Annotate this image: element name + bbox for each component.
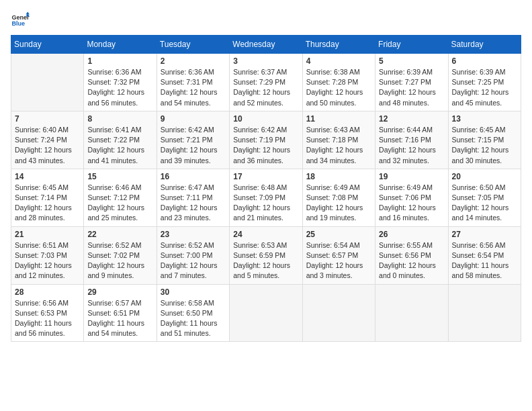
calendar-cell: 7Sunrise: 6:40 AM Sunset: 7:24 PM Daylig… (11, 111, 84, 169)
day-number: 16 (161, 172, 226, 181)
calendar-cell: 6Sunrise: 6:39 AM Sunset: 7:25 PM Daylig… (448, 54, 521, 111)
calendar-cell: 13Sunrise: 6:45 AM Sunset: 7:15 PM Dayli… (448, 111, 521, 169)
day-info: Sunrise: 6:47 AM Sunset: 7:11 PM Dayligh… (161, 183, 226, 224)
day-number: 1 (87, 56, 152, 66)
day-header-saturday: Saturday (448, 36, 521, 54)
day-number: 19 (379, 172, 444, 181)
day-info: Sunrise: 6:42 AM Sunset: 7:21 PM Dayligh… (161, 125, 226, 166)
day-info: Sunrise: 6:45 AM Sunset: 7:14 PM Dayligh… (15, 183, 80, 224)
calendar-header-row: SundayMondayTuesdayWednesdayThursdayFrid… (11, 36, 521, 54)
calendar-cell: 12Sunrise: 6:44 AM Sunset: 7:16 PM Dayli… (375, 111, 448, 169)
calendar-cell: 17Sunrise: 6:48 AM Sunset: 7:09 PM Dayli… (230, 169, 302, 226)
calendar-cell: 22Sunrise: 6:52 AM Sunset: 7:02 PM Dayli… (84, 226, 157, 284)
calendar-cell: 9Sunrise: 6:42 AM Sunset: 7:21 PM Daylig… (157, 111, 229, 169)
calendar-cell (302, 284, 375, 342)
day-header-wednesday: Wednesday (230, 36, 302, 54)
day-number: 8 (87, 114, 152, 124)
day-info: Sunrise: 6:43 AM Sunset: 7:18 PM Dayligh… (306, 125, 371, 166)
calendar-cell: 18Sunrise: 6:49 AM Sunset: 7:08 PM Dayli… (302, 169, 375, 226)
day-info: Sunrise: 6:42 AM Sunset: 7:19 PM Dayligh… (233, 125, 298, 166)
calendar-cell: 1Sunrise: 6:36 AM Sunset: 7:32 PM Daylig… (84, 54, 157, 111)
calendar-cell: 3Sunrise: 6:37 AM Sunset: 7:29 PM Daylig… (230, 54, 302, 111)
day-header-monday: Monday (84, 36, 157, 54)
day-info: Sunrise: 6:51 AM Sunset: 7:03 PM Dayligh… (15, 240, 80, 281)
calendar-cell: 8Sunrise: 6:41 AM Sunset: 7:22 PM Daylig… (84, 111, 157, 169)
day-number: 18 (306, 172, 371, 181)
day-info: Sunrise: 6:39 AM Sunset: 7:25 PM Dayligh… (452, 67, 517, 108)
day-number: 5 (379, 56, 444, 66)
calendar-cell: 15Sunrise: 6:46 AM Sunset: 7:12 PM Dayli… (84, 169, 157, 226)
day-number: 26 (379, 230, 444, 239)
day-header-tuesday: Tuesday (157, 36, 229, 54)
calendar-week-row: 28Sunrise: 6:56 AM Sunset: 6:53 PM Dayli… (11, 284, 521, 342)
day-number: 28 (15, 287, 80, 297)
day-number: 3 (233, 56, 298, 66)
day-info: Sunrise: 6:36 AM Sunset: 7:32 PM Dayligh… (87, 67, 152, 108)
day-info: Sunrise: 6:56 AM Sunset: 6:54 PM Dayligh… (452, 240, 517, 281)
calendar-cell: 20Sunrise: 6:50 AM Sunset: 7:05 PM Dayli… (448, 169, 521, 226)
day-number: 13 (452, 114, 517, 124)
day-number: 6 (452, 56, 517, 66)
day-number: 22 (87, 230, 152, 239)
day-number: 15 (87, 172, 152, 181)
day-info: Sunrise: 6:52 AM Sunset: 7:02 PM Dayligh… (87, 240, 152, 281)
day-number: 4 (306, 56, 371, 66)
day-number: 9 (161, 114, 226, 124)
day-header-sunday: Sunday (11, 36, 84, 54)
day-number: 14 (15, 172, 80, 181)
day-info: Sunrise: 6:49 AM Sunset: 7:08 PM Dayligh… (306, 183, 371, 224)
day-number: 30 (161, 287, 226, 297)
calendar-cell: 16Sunrise: 6:47 AM Sunset: 7:11 PM Dayli… (157, 169, 229, 226)
calendar-cell: 24Sunrise: 6:53 AM Sunset: 6:59 PM Dayli… (230, 226, 302, 284)
calendar-cell: 25Sunrise: 6:54 AM Sunset: 6:57 PM Dayli… (302, 226, 375, 284)
calendar-week-row: 21Sunrise: 6:51 AM Sunset: 7:03 PM Dayli… (11, 226, 521, 284)
day-info: Sunrise: 6:55 AM Sunset: 6:56 PM Dayligh… (379, 240, 444, 281)
calendar-cell: 11Sunrise: 6:43 AM Sunset: 7:18 PM Dayli… (302, 111, 375, 169)
day-info: Sunrise: 6:46 AM Sunset: 7:12 PM Dayligh… (87, 183, 152, 224)
day-number: 23 (161, 230, 226, 239)
calendar-cell: 10Sunrise: 6:42 AM Sunset: 7:19 PM Dayli… (230, 111, 302, 169)
day-number: 24 (233, 230, 298, 239)
day-info: Sunrise: 6:37 AM Sunset: 7:29 PM Dayligh… (233, 67, 298, 108)
calendar-cell (230, 284, 302, 342)
calendar-cell: 4Sunrise: 6:38 AM Sunset: 7:28 PM Daylig… (302, 54, 375, 111)
calendar-cell: 5Sunrise: 6:39 AM Sunset: 7:27 PM Daylig… (375, 54, 448, 111)
day-number: 20 (452, 172, 517, 181)
day-info: Sunrise: 6:54 AM Sunset: 6:57 PM Dayligh… (306, 240, 371, 281)
day-info: Sunrise: 6:41 AM Sunset: 7:22 PM Dayligh… (87, 125, 152, 166)
day-info: Sunrise: 6:50 AM Sunset: 7:05 PM Dayligh… (452, 183, 517, 224)
calendar-cell: 29Sunrise: 6:57 AM Sunset: 6:51 PM Dayli… (84, 284, 157, 342)
day-number: 27 (452, 230, 517, 239)
calendar-cell: 27Sunrise: 6:56 AM Sunset: 6:54 PM Dayli… (448, 226, 521, 284)
calendar-table: SundayMondayTuesdayWednesdayThursdayFrid… (11, 35, 521, 342)
day-number: 11 (306, 114, 371, 124)
day-number: 2 (161, 56, 226, 66)
day-info: Sunrise: 6:38 AM Sunset: 7:28 PM Dayligh… (306, 67, 371, 108)
page-header: General Blue (11, 11, 521, 30)
day-header-friday: Friday (375, 36, 448, 54)
day-info: Sunrise: 6:40 AM Sunset: 7:24 PM Dayligh… (15, 125, 80, 166)
day-info: Sunrise: 6:36 AM Sunset: 7:31 PM Dayligh… (161, 67, 226, 108)
calendar-cell: 21Sunrise: 6:51 AM Sunset: 7:03 PM Dayli… (11, 226, 84, 284)
day-number: 29 (87, 287, 152, 297)
calendar-week-row: 14Sunrise: 6:45 AM Sunset: 7:14 PM Dayli… (11, 169, 521, 226)
day-number: 25 (306, 230, 371, 239)
calendar-cell (448, 284, 521, 342)
day-info: Sunrise: 6:44 AM Sunset: 7:16 PM Dayligh… (379, 125, 444, 166)
day-info: Sunrise: 6:56 AM Sunset: 6:53 PM Dayligh… (15, 298, 80, 339)
svg-text:Blue: Blue (11, 20, 25, 27)
day-number: 21 (15, 230, 80, 239)
logo: General Blue (11, 11, 32, 30)
day-number: 17 (233, 172, 298, 181)
day-info: Sunrise: 6:48 AM Sunset: 7:09 PM Dayligh… (233, 183, 298, 224)
calendar-cell: 14Sunrise: 6:45 AM Sunset: 7:14 PM Dayli… (11, 169, 84, 226)
day-info: Sunrise: 6:49 AM Sunset: 7:06 PM Dayligh… (379, 183, 444, 224)
calendar-cell: 26Sunrise: 6:55 AM Sunset: 6:56 PM Dayli… (375, 226, 448, 284)
day-info: Sunrise: 6:58 AM Sunset: 6:50 PM Dayligh… (161, 298, 226, 339)
logo-icon: General Blue (11, 11, 30, 30)
day-header-thursday: Thursday (302, 36, 375, 54)
calendar-cell: 28Sunrise: 6:56 AM Sunset: 6:53 PM Dayli… (11, 284, 84, 342)
day-info: Sunrise: 6:45 AM Sunset: 7:15 PM Dayligh… (452, 125, 517, 166)
calendar-cell: 30Sunrise: 6:58 AM Sunset: 6:50 PM Dayli… (157, 284, 229, 342)
day-info: Sunrise: 6:52 AM Sunset: 7:00 PM Dayligh… (161, 240, 226, 281)
